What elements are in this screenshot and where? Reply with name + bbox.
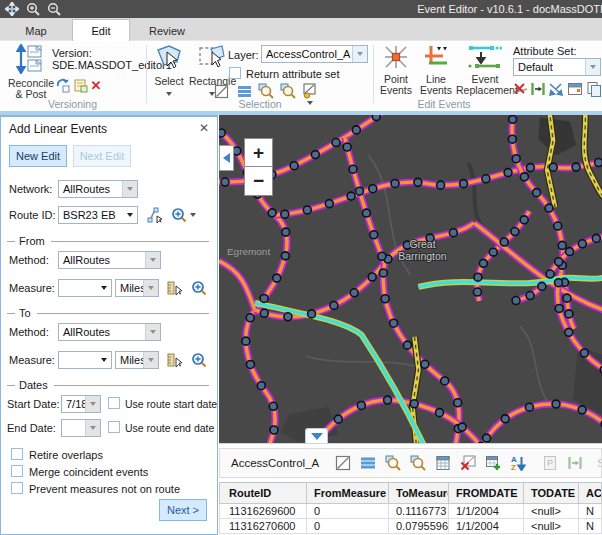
event-point-marker[interactable] bbox=[308, 310, 316, 318]
event-point-marker[interactable] bbox=[368, 273, 376, 281]
event-point-marker[interactable] bbox=[508, 135, 516, 143]
map-zoom-in-button[interactable]: + bbox=[244, 138, 273, 167]
delete-version-icon[interactable]: ✕ bbox=[88, 77, 104, 93]
event-point-marker[interactable] bbox=[290, 162, 298, 170]
event-point-marker[interactable] bbox=[458, 423, 466, 431]
zoom-out-icon[interactable] bbox=[46, 2, 61, 17]
network-dropdown-button[interactable] bbox=[122, 181, 137, 197]
event-point-marker[interactable] bbox=[565, 328, 573, 336]
select-by-attributes-icon[interactable] bbox=[236, 83, 252, 99]
return-attribute-set-checkbox[interactable] bbox=[229, 67, 241, 79]
event-point-marker[interactable] bbox=[281, 252, 289, 260]
from-units-combobox[interactable]: Miles bbox=[115, 279, 159, 297]
to-zoom-to-measure-icon[interactable] bbox=[191, 352, 207, 368]
event-point-marker[interactable] bbox=[334, 415, 342, 423]
trim-events-icon[interactable] bbox=[512, 81, 528, 97]
event-point-marker[interactable] bbox=[552, 400, 560, 408]
layer-combobox[interactable]: AccessControl_A bbox=[261, 45, 368, 63]
event-point-marker[interactable] bbox=[479, 259, 487, 267]
event-point-marker[interactable] bbox=[460, 180, 468, 188]
event-point-marker[interactable] bbox=[520, 216, 528, 224]
event-point-marker[interactable] bbox=[526, 292, 534, 300]
pan-to-selection-icon[interactable] bbox=[280, 83, 296, 99]
event-point-marker[interactable] bbox=[384, 396, 392, 404]
select-button[interactable]: Select bbox=[151, 44, 187, 98]
event-point-marker[interactable] bbox=[572, 163, 580, 171]
col-header-accesscontrol[interactable]: AC bbox=[579, 483, 602, 504]
table-select-by-shape-icon[interactable] bbox=[335, 455, 351, 471]
route-id-combobox[interactable]: BSR23 EB bbox=[58, 206, 138, 224]
from-measure-on-map-icon[interactable] bbox=[167, 280, 183, 296]
route-id-dropdown-button[interactable] bbox=[122, 207, 137, 223]
table-report-icon[interactable]: P bbox=[542, 455, 558, 471]
end-date-combobox[interactable] bbox=[61, 419, 101, 437]
event-point-marker[interactable] bbox=[565, 310, 573, 318]
event-point-marker[interactable] bbox=[379, 269, 387, 277]
event-point-marker[interactable] bbox=[512, 155, 520, 163]
collapse-panel-button[interactable] bbox=[219, 145, 234, 171]
table-zoom-to-selected-icon[interactable] bbox=[385, 455, 401, 471]
event-point-marker[interactable] bbox=[378, 252, 386, 260]
table-sort-icon[interactable]: AZ bbox=[510, 455, 526, 471]
event-point-marker[interactable] bbox=[421, 360, 429, 368]
event-point-marker[interactable] bbox=[489, 248, 497, 256]
network-combobox[interactable]: AllRoutes bbox=[58, 180, 138, 198]
table-clear-selection-icon[interactable] bbox=[460, 455, 476, 471]
event-point-marker[interactable] bbox=[369, 185, 377, 193]
new-edit-button[interactable]: New Edit bbox=[9, 145, 67, 167]
event-point-marker[interactable] bbox=[372, 115, 380, 121]
event-point-marker[interactable] bbox=[381, 295, 389, 303]
table-pan-to-selected-icon[interactable] bbox=[410, 455, 426, 471]
event-point-marker[interactable] bbox=[284, 313, 292, 321]
event-point-marker[interactable] bbox=[549, 163, 557, 171]
event-point-marker[interactable] bbox=[555, 304, 563, 312]
event-point-marker[interactable] bbox=[578, 240, 586, 248]
start-date-dropdown-button[interactable] bbox=[85, 396, 100, 412]
event-point-marker[interactable] bbox=[504, 169, 512, 177]
event-point-marker[interactable] bbox=[391, 179, 399, 187]
event-point-marker[interactable] bbox=[330, 301, 338, 309]
start-date-combobox[interactable]: 7/18/ bbox=[61, 395, 101, 413]
event-point-marker[interactable] bbox=[554, 222, 562, 230]
event-point-marker[interactable] bbox=[390, 319, 398, 327]
merge-coincident-events-checkbox[interactable] bbox=[11, 465, 23, 477]
event-point-marker[interactable] bbox=[538, 282, 546, 290]
col-header-tomeasure[interactable]: ToMeasure bbox=[389, 483, 449, 504]
event-point-marker[interactable] bbox=[592, 234, 600, 242]
next-button[interactable]: Next > bbox=[159, 499, 207, 521]
use-route-start-date-checkbox[interactable] bbox=[108, 397, 120, 409]
event-point-marker[interactable] bbox=[349, 165, 357, 173]
end-date-dropdown-button[interactable] bbox=[85, 420, 100, 436]
event-point-marker[interactable] bbox=[257, 382, 265, 390]
tab-map[interactable]: Map bbox=[8, 21, 64, 41]
event-point-marker[interactable] bbox=[410, 400, 418, 408]
retire-overlaps-checkbox[interactable] bbox=[11, 448, 23, 460]
event-point-marker[interactable] bbox=[260, 309, 268, 317]
to-measure-dropdown-button[interactable] bbox=[96, 352, 111, 368]
zoom-route-caret[interactable] bbox=[190, 213, 196, 217]
event-point-marker[interactable] bbox=[332, 139, 340, 147]
event-point-marker[interactable] bbox=[219, 129, 225, 137]
event-point-marker[interactable] bbox=[526, 164, 534, 172]
close-icon[interactable] bbox=[199, 121, 209, 135]
event-point-marker[interactable] bbox=[580, 349, 588, 357]
event-point-marker[interactable] bbox=[347, 192, 355, 200]
from-measure-combobox[interactable] bbox=[58, 279, 112, 297]
from-measure-dropdown-button[interactable] bbox=[96, 280, 111, 296]
event-point-marker[interactable] bbox=[482, 175, 490, 183]
attribute-set-combobox[interactable]: Default bbox=[513, 58, 601, 76]
merge-events-icon[interactable] bbox=[548, 81, 564, 97]
next-edit-button[interactable]: Next Edit bbox=[73, 145, 131, 167]
event-point-marker[interactable] bbox=[454, 399, 462, 407]
event-point-marker[interactable] bbox=[473, 288, 481, 296]
event-attributes-window-icon[interactable] bbox=[567, 81, 583, 97]
event-point-marker[interactable] bbox=[403, 341, 411, 349]
event-point-marker[interactable] bbox=[566, 248, 574, 256]
event-point-marker[interactable] bbox=[355, 187, 363, 195]
event-point-marker[interactable] bbox=[260, 294, 268, 302]
event-point-marker[interactable] bbox=[500, 238, 508, 246]
reconcile-and-post-button[interactable]: Reconcile & Post bbox=[3, 44, 59, 100]
table-row[interactable]: 11316269600 0 0.1116773 1/1/2004 <null> … bbox=[220, 504, 602, 519]
event-point-marker[interactable] bbox=[311, 151, 319, 159]
table-show-rows-icon[interactable] bbox=[360, 455, 376, 471]
